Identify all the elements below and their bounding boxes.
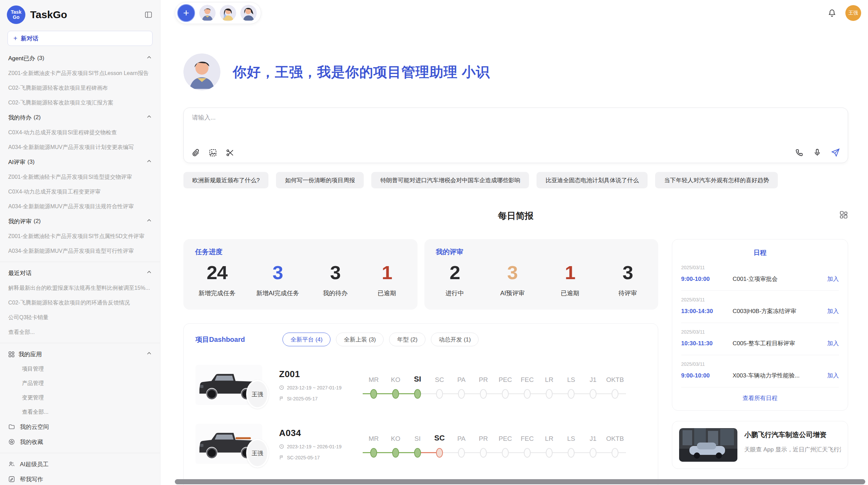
new-chat-button[interactable]: + 新对话 — [8, 31, 153, 46]
attachment-icon[interactable] — [191, 148, 200, 157]
milestone-label: SI — [414, 371, 421, 384]
join-button[interactable]: 加入 — [827, 275, 839, 283]
milestone-fec: FEC — [516, 371, 538, 399]
milestone-label: FEC — [521, 371, 534, 384]
briefing-title: 每日简报 — [498, 210, 534, 222]
project-row[interactable]: 王强 Z001 2023-12-19 ~ 2027-01-19 — [195, 365, 646, 405]
add-agent-button[interactable]: + — [177, 4, 195, 22]
milestone-pa: PA — [450, 430, 472, 458]
collapse-sidebar-icon[interactable] — [144, 11, 153, 19]
milestone-dot — [502, 448, 509, 458]
notification-bell-icon[interactable] — [828, 9, 836, 17]
scissors-icon[interactable] — [226, 148, 234, 157]
layout-grid-icon[interactable] — [839, 210, 848, 219]
recent-chat-item[interactable]: 解释最新出台的欧盟报废车法规再生塑料比例被调至15%... — [0, 281, 160, 295]
sidebar-item[interactable]: A034-全新新能源MUV产品开发项目造型可行性评审 — [0, 244, 160, 258]
sidebar-item[interactable]: Z001-全新燃油皮卡产品开发项目SI节点Lesson Learn报告 — [0, 66, 160, 80]
chevron-up-icon — [146, 114, 152, 121]
project-code: A034 — [279, 428, 361, 438]
apps-view-all[interactable]: 查看全部... — [0, 405, 160, 419]
milestone-ko: KO — [385, 430, 407, 458]
suggestion-chip[interactable]: 当下年轻人对汽车外观有怎样的喜好趋势 — [655, 172, 778, 188]
project-row[interactable]: 王强 A034 2023-12-19 ~ 2026-01-19 — [195, 424, 646, 464]
people-icon — [8, 461, 15, 468]
recent-chat-item[interactable]: 公司Q3轻卡销量 — [0, 310, 160, 325]
tab-powertrain[interactable]: 动总开发 (1) — [431, 333, 479, 346]
sidebar-item[interactable]: A034-全新新能源MUV产品开发项目计划变更表编写 — [0, 140, 160, 154]
chat-input[interactable] — [192, 113, 840, 137]
stat-review-overdue: 1 已逾期 — [555, 261, 586, 297]
section-header-recent[interactable]: 最近对话 — [0, 265, 160, 281]
image-icon[interactable] — [208, 148, 217, 157]
microphone-icon[interactable] — [813, 148, 822, 157]
sidebar-item[interactable]: C02-飞腾新能源轻客改款项目立项汇报方案 — [0, 95, 160, 110]
tool-ai-super-staff[interactable]: AI超级员工 — [0, 457, 160, 472]
horizontal-scrollbar[interactable] — [175, 479, 865, 484]
recent-chat-item[interactable]: C02-飞腾新能源轻客改款项目的闭环通告反馈情况 — [0, 295, 160, 310]
app-item-change-mgmt[interactable]: 变更管理 — [0, 390, 160, 405]
news-card[interactable]: 小鹏飞行汽车制造公司增资 天眼查 App 显示，近日广州汇天飞行汽... — [672, 421, 848, 469]
greeting-text: 你好，王强，我是你的项目管理助理 小识 — [233, 63, 490, 82]
sidebar-item[interactable]: Z001-全新燃油轻卡产品开发项目SI节点属性5D文件评审 — [0, 229, 160, 244]
milestone-dot — [480, 448, 487, 458]
assistant-avatar — [183, 53, 220, 90]
section-header-my-todo[interactable]: 我的待办 (2) — [0, 110, 160, 125]
chat-input-box — [183, 108, 848, 163]
agent-avatar-1[interactable] — [199, 5, 216, 21]
milestone-label: OKTB — [606, 371, 624, 384]
milestone-label: LR — [545, 430, 553, 443]
milestone-dot — [458, 448, 465, 458]
send-icon[interactable] — [831, 148, 840, 157]
chevron-up-icon — [146, 218, 152, 225]
quick-access-pill: + — [175, 2, 261, 24]
agent-avatar-2[interactable] — [220, 5, 236, 21]
suggestion-chip[interactable]: 欧洲新规最近颁布了什么? — [183, 172, 268, 188]
suggestion-chip[interactable]: 如何写一份清晰的项目周报 — [276, 172, 364, 188]
sidebar-nav: Agent已办 (3) Z001-全新燃油皮卡产品开发项目SI节点Lesson … — [0, 51, 160, 485]
sidebar-item[interactable]: A034-全新新能源MUV产品开发项目法规符合性评审 — [0, 199, 160, 214]
sidebar-item[interactable]: C02-飞腾新能源轻客改款项目里程碑画布 — [0, 80, 160, 95]
tab-new-body[interactable]: 全新上装 (3) — [336, 333, 384, 346]
join-button[interactable]: 加入 — [827, 307, 839, 315]
tool-help-me-write[interactable]: 帮我写作 — [0, 472, 160, 485]
app-item-project-mgmt[interactable]: 项目管理 — [0, 362, 160, 376]
join-button[interactable]: 加入 — [827, 372, 839, 380]
sidebar-item[interactable]: C0X4-动力总成开发项目工程变更评审 — [0, 184, 160, 199]
tab-model-year[interactable]: 年型 (2) — [389, 333, 425, 346]
section-header-agent-done[interactable]: Agent已办 (3) — [0, 51, 160, 66]
project-dashboard-card: 项目Dashboard 全新平台 (4) 全新上装 (3) 年型 (2) 动总开… — [183, 323, 658, 485]
view-all-schedule[interactable]: 查看所有日程 — [681, 387, 839, 407]
section-header-my-review[interactable]: 我的评审 (2) — [0, 214, 160, 229]
my-favorites[interactable]: 我的收藏 — [0, 434, 160, 449]
stats-row: 任务进度 24 新增完成任务 3 新增AI完成任务 — [183, 239, 658, 310]
suggestion-chip[interactable]: 比亚迪全固态电池计划具体说了什么 — [537, 172, 648, 188]
join-button[interactable]: 加入 — [827, 339, 839, 347]
sidebar-item[interactable]: C0X4-动力总成开发项目SI里程碑提交物检查 — [0, 125, 160, 140]
project-code: Z001 — [279, 369, 361, 380]
apps-grid-icon — [8, 351, 14, 357]
milestone-dot — [524, 448, 531, 458]
dashboard-tabs: 全新平台 (4) 全新上装 (3) 年型 (2) 动总开发 (1) — [282, 333, 479, 346]
section-header-ai-review[interactable]: AI评审 (3) — [0, 154, 160, 170]
agent-avatar-3[interactable] — [240, 5, 257, 21]
clock-icon — [279, 444, 284, 449]
milestone-label: KO — [391, 430, 400, 443]
app-item-product-mgmt[interactable]: 产品管理 — [0, 376, 160, 390]
project-flag-milestone: SI-2025-05-17 — [287, 396, 318, 401]
divider — [0, 262, 160, 262]
milestone-dot — [590, 448, 596, 458]
my-cloud-space[interactable]: 我的云空间 — [0, 419, 160, 434]
recent-view-all[interactable]: 查看全部... — [0, 325, 160, 339]
user-avatar[interactable]: 王强 — [845, 5, 861, 21]
section-header-my-apps[interactable]: 我的应用 — [0, 347, 160, 362]
suggestion-chip[interactable]: 特朗普可能对进口汽车增税会对中国车企造成哪些影响 — [371, 172, 529, 188]
milestone-oktb: OKTB — [604, 371, 626, 399]
sidebar-item[interactable]: Z001-全新燃油轻卡产品开发项目SI造型提交物评审 — [0, 170, 160, 184]
app-window: Task Go TaskGo + 新对话 Agent已办 (3) Z001-全新… — [0, 0, 868, 485]
project-flag-milestone: SC-2025-05-17 — [287, 455, 320, 460]
phone-icon[interactable] — [795, 148, 804, 157]
tab-new-platform[interactable]: 全新平台 (4) — [282, 333, 330, 346]
stat-ai-prereview: 3 AI预评审 — [497, 261, 528, 297]
project-dates: 2023-12-19 ~ 2026-01-19 — [287, 444, 341, 449]
schedule-item: 2025/03/11 10:30-11:30 C005-整车工程目标评审 加入 — [681, 323, 839, 355]
